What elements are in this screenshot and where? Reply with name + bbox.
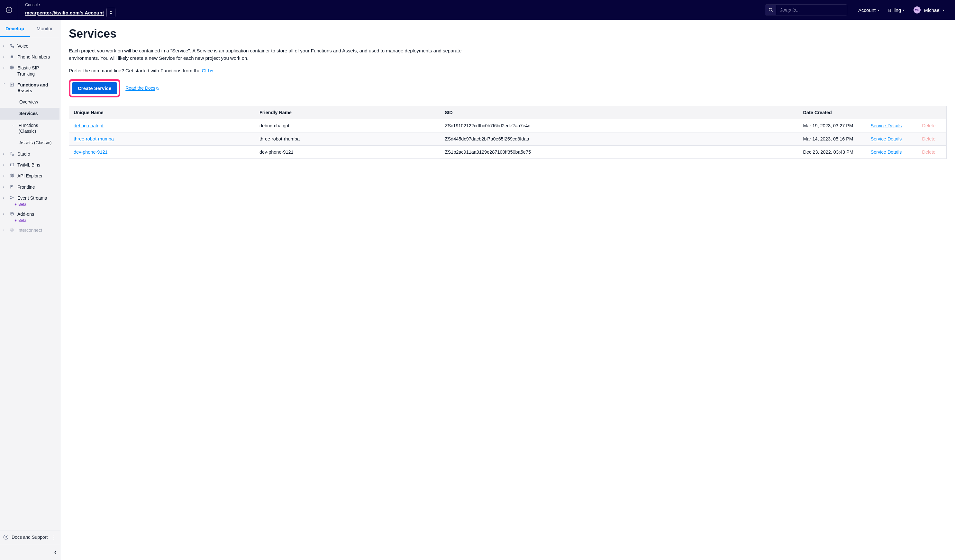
delete-link[interactable]: Delete xyxy=(922,150,936,155)
svg-point-0 xyxy=(6,7,12,13)
svg-point-22 xyxy=(5,538,5,538)
beta-badge: Beta xyxy=(14,218,59,223)
tab-develop[interactable]: Develop xyxy=(0,20,30,37)
service-details-link[interactable]: Service Details xyxy=(871,123,902,128)
user-name: Michael xyxy=(924,8,941,13)
col-header-friendly: Friendly Name xyxy=(255,106,440,119)
page-title: Services xyxy=(69,27,947,41)
chevron-right-icon: › xyxy=(3,43,6,48)
sidebar-item-frontline[interactable]: › Frontline xyxy=(0,181,59,192)
read-docs-link[interactable]: Read the Docs⧉ xyxy=(125,86,159,91)
account-switch-button[interactable] xyxy=(106,8,116,17)
service-details-link[interactable]: Service Details xyxy=(871,136,902,141)
service-details-link[interactable]: Service Details xyxy=(871,150,902,155)
sidebar-item-studio[interactable]: › Studio xyxy=(0,149,59,160)
chevron-right-icon: › xyxy=(3,151,6,156)
chevron-right-icon: › xyxy=(3,65,6,69)
highlight-annotation: Create Service xyxy=(69,79,120,97)
user-menu[interactable]: MC Michael ▾ xyxy=(914,6,944,14)
streams-icon xyxy=(9,195,15,200)
service-unique-link[interactable]: dev-phone-9121 xyxy=(74,150,108,155)
table-row: debug-chatgptdebug-chatgptZSc19102122cdf… xyxy=(69,119,947,132)
sidebar-sub-services[interactable]: Services xyxy=(0,108,59,119)
chevron-right-icon: › xyxy=(3,54,6,58)
service-date: Mar 14, 2023, 05:16 PM xyxy=(799,132,866,145)
svg-rect-9 xyxy=(10,152,12,153)
account-menu[interactable]: Account ▾ xyxy=(858,8,879,13)
svg-point-19 xyxy=(3,535,8,540)
main-content: Services Each project you work on will b… xyxy=(61,20,955,560)
delete-link[interactable]: Delete xyxy=(922,123,936,128)
service-sid: ZSd445dc97dacb2bf7a0e65f259cd3fdaa xyxy=(440,132,799,145)
archive-icon xyxy=(9,162,15,167)
external-link-icon: ⧉ xyxy=(156,86,159,91)
chevron-down-icon: › xyxy=(3,83,7,86)
studio-icon xyxy=(9,151,15,156)
create-service-button[interactable]: Create Service xyxy=(72,82,117,94)
twilio-logo-icon[interactable] xyxy=(0,0,18,20)
sidebar-item-event-streams[interactable]: › Event Streams xyxy=(0,192,59,203)
table-row: dev-phone-9121dev-phone-9121ZS1b2ac911aa… xyxy=(69,145,947,158)
svg-point-20 xyxy=(5,536,5,537)
billing-menu-label: Billing xyxy=(888,8,901,13)
col-header-unique: Unique Name xyxy=(69,106,255,119)
chevron-right-icon: › xyxy=(3,227,6,232)
avatar: MC xyxy=(914,6,921,14)
hash-icon: # xyxy=(9,54,15,59)
sidebar-item-interconnect[interactable]: › Interconnect xyxy=(0,225,59,236)
chevron-right-icon: › xyxy=(3,184,6,189)
service-unique-link[interactable]: three-robot-rhumba xyxy=(74,136,114,141)
col-header-date: Date Created xyxy=(799,106,866,119)
sidebar-sub-assets-classic[interactable]: Assets (Classic) xyxy=(0,137,59,149)
account-selector: Console mcarpenter@twilio.com's Account xyxy=(18,3,116,17)
chevron-down-icon: ▾ xyxy=(903,8,905,12)
service-friendly: three-robot-rhumba xyxy=(255,132,440,145)
tab-monitor[interactable]: Monitor xyxy=(30,20,60,37)
svg-point-5 xyxy=(769,8,772,11)
external-link-icon: ⧉ xyxy=(210,69,213,73)
cube-icon xyxy=(9,211,15,216)
flag-icon xyxy=(9,184,15,189)
account-name-link[interactable]: mcarpenter@twilio.com's Account xyxy=(25,10,104,16)
function-icon xyxy=(9,82,15,87)
phone-icon xyxy=(9,43,15,48)
globe-icon xyxy=(9,65,15,70)
sidebar-sub-overview[interactable]: Overview xyxy=(0,96,59,108)
delete-link[interactable]: Delete xyxy=(922,136,936,141)
sidebar-item-functions-assets[interactable]: › Functions and Assets xyxy=(0,80,59,96)
cli-text: Prefer the command line? Get started wit… xyxy=(69,68,947,73)
beta-badge: Beta xyxy=(14,202,59,207)
services-table: Unique Name Friendly Name SID Date Creat… xyxy=(69,106,947,159)
collapse-bar: ‹‹ xyxy=(0,544,60,560)
service-date: Mar 19, 2023, 03:27 PM xyxy=(799,119,866,132)
sidebar-tabs: Develop Monitor xyxy=(0,20,59,37)
service-unique-link[interactable]: debug-chatgpt xyxy=(74,123,103,128)
service-date: Dec 23, 2022, 03:43 PM xyxy=(799,145,866,158)
search-input[interactable] xyxy=(776,5,847,15)
service-friendly: dev-phone-9121 xyxy=(255,145,440,158)
sidebar-item-phone-numbers[interactable]: › # Phone Numbers xyxy=(0,52,59,63)
chevron-down-icon: ▾ xyxy=(878,8,879,12)
svg-point-21 xyxy=(6,536,7,537)
svg-point-4 xyxy=(9,10,10,11)
sidebar-item-voice[interactable]: › Voice xyxy=(0,41,59,52)
sidebar: Develop Monitor › Voice › # Phone Number… xyxy=(0,20,61,560)
sidebar-item-api-explorer[interactable]: › API Explorer xyxy=(0,171,59,181)
topbar: Console mcarpenter@twilio.com's Account … xyxy=(0,0,955,20)
cli-link[interactable]: CLI⧉ xyxy=(202,68,213,73)
sidebar-item-twiml-bins[interactable]: › TwiML Bins xyxy=(0,160,59,171)
sidebar-sub-functions-classic[interactable]: › Functions (Classic) xyxy=(0,120,59,137)
chevron-right-icon: › xyxy=(3,211,6,216)
svg-point-18 xyxy=(11,229,13,231)
console-label: Console xyxy=(25,3,116,7)
search-box xyxy=(765,5,847,16)
service-friendly: debug-chatgpt xyxy=(255,119,440,132)
more-menu-icon[interactable]: ⋮ xyxy=(51,533,57,541)
sidebar-item-addons[interactable]: › Add-ons xyxy=(0,209,59,219)
docs-support-link[interactable]: Docs and Support xyxy=(3,535,48,540)
search-icon[interactable] xyxy=(765,5,776,15)
sidebar-item-elastic-sip[interactable]: › Elastic SIP Trunking xyxy=(0,63,59,79)
svg-point-1 xyxy=(8,9,9,9)
chevron-right-icon: › xyxy=(3,173,6,177)
billing-menu[interactable]: Billing ▾ xyxy=(888,8,905,13)
